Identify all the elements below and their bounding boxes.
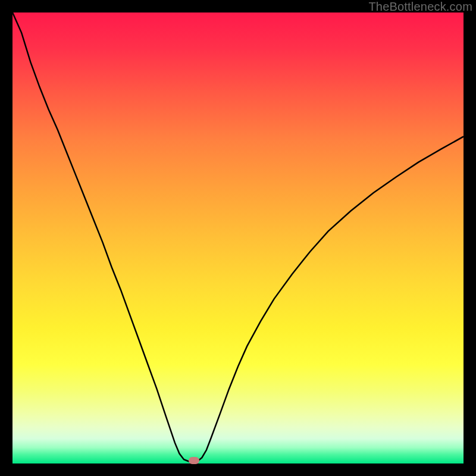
bottleneck-curve bbox=[12, 12, 464, 464]
min-marker bbox=[189, 457, 199, 464]
watermark: TheBottleneck.com bbox=[368, 0, 472, 14]
chart-container: TheBottleneck.com bbox=[0, 0, 476, 476]
plot-area bbox=[12, 12, 464, 464]
